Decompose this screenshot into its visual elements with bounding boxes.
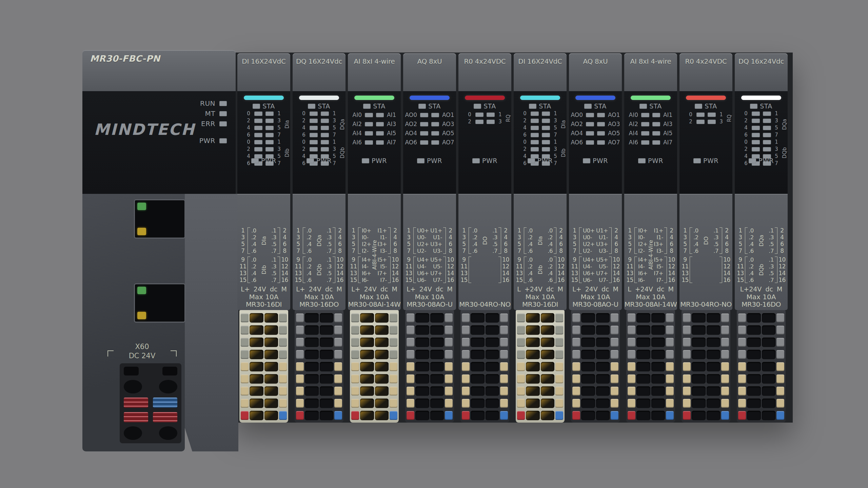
terminal-hole <box>430 399 444 408</box>
terminal-release-button <box>666 350 674 359</box>
led-row: 01 <box>735 110 788 117</box>
sta-label: STA <box>373 102 386 110</box>
channel-number: 0 <box>246 139 251 145</box>
terminal-release-button <box>721 313 729 322</box>
channel-label: AI4 <box>624 130 638 137</box>
terminal-row <box>738 324 784 336</box>
terminal-number: 2 <box>612 227 621 234</box>
terminal-hole <box>636 386 650 396</box>
signal-label: .7 <box>761 277 777 283</box>
terminal-hole <box>360 362 374 371</box>
terminal-hole <box>747 386 761 396</box>
sta-led-icon <box>695 104 702 109</box>
terminal-hole <box>471 313 485 323</box>
channel-led-icon <box>254 119 262 123</box>
terminal-number: 2 <box>335 227 344 234</box>
terminal-strip <box>239 310 288 423</box>
terminal-release-button <box>555 387 563 395</box>
terminal-hole <box>541 313 555 323</box>
terminal-hole <box>415 399 429 408</box>
terminal-release-button <box>279 399 287 408</box>
channel-led-icon <box>641 131 649 136</box>
terminal-hole <box>264 386 278 396</box>
signal-label: U0- <box>413 234 430 241</box>
terminal-number: 9 <box>625 256 634 263</box>
wiring-group: 910111213141516 <box>680 256 731 283</box>
signal-label: I1- <box>374 234 391 241</box>
signal-label: .7 <box>319 248 335 254</box>
terminal-release-button <box>572 326 580 334</box>
terminal-hole <box>471 350 485 359</box>
terminal-release-button <box>628 350 635 359</box>
wiring-row: 13I6+I7+14 <box>349 270 400 277</box>
terminal-release-button <box>572 362 580 371</box>
terminal-row <box>241 410 287 421</box>
terminal-release-button <box>351 362 359 371</box>
module-footer-line: L+ 24V dc M <box>237 285 290 293</box>
power-connector-voltage: DC 24V <box>115 351 169 361</box>
terminal-number: 10 <box>777 256 787 263</box>
terminal-hole <box>747 399 761 408</box>
io-module: AQ 8xUSTAAO0AO1AO2AO3AO4AO5AO6AO7PWR1U0+… <box>569 0 622 441</box>
err-led-icon <box>219 121 227 126</box>
terminal-hole <box>581 362 595 371</box>
terminal-hole <box>707 325 721 335</box>
signal-label: .7 <box>264 277 280 283</box>
led-group-label: DIb <box>560 148 567 157</box>
channel-led-icon <box>310 119 318 123</box>
terminal-number: 3 <box>515 234 524 241</box>
head-led-row: MT <box>199 109 227 118</box>
io-module: AI 8xI 4-wireSTAAI0AI1AI2AI3AI4AI5AI6AI7… <box>624 0 677 441</box>
terminal-hole <box>264 313 278 323</box>
terminal-release-button <box>517 399 525 408</box>
terminal-number: 7 <box>459 247 469 254</box>
channel-number: 1 <box>774 110 779 117</box>
terminal-number: 8 <box>556 247 566 254</box>
wiring-row: 1.0.12 <box>459 227 510 234</box>
channel-label: AO6 <box>569 139 583 146</box>
signal-label: U7- <box>595 277 612 283</box>
led-row: 01 <box>237 139 290 145</box>
terminal-release-button <box>500 362 508 371</box>
pwr-label: PWR <box>648 157 663 164</box>
wiring-row: 9U4+U5+10 <box>404 256 455 263</box>
terminal-release-button <box>738 338 746 347</box>
terminal-number: 14 <box>722 270 731 277</box>
terminal-release-button <box>628 338 635 347</box>
terminal-hole <box>651 325 665 335</box>
terminal-hole <box>581 350 595 359</box>
channel-led-icon <box>531 147 539 151</box>
terminal-row <box>738 398 784 409</box>
terminal-hole <box>305 313 319 323</box>
wiring-row: 7.6.78 <box>459 247 510 254</box>
led-row: 23 <box>514 118 567 124</box>
pwr-led-icon <box>307 158 314 163</box>
pwr-label: PWR <box>537 157 553 164</box>
channel-number: 1 <box>277 139 282 145</box>
terminal-hole <box>430 374 444 384</box>
terminal-row <box>241 337 287 348</box>
led-group-label: DQb <box>782 147 788 158</box>
terminal-hole <box>360 313 374 323</box>
wiring-legend: 1.0.123.2.345.4.567.6.78DIa9.0.11011.2.3… <box>238 227 289 283</box>
led-row: AI2AI3 <box>624 121 677 127</box>
led-row: AO4AO5 <box>569 130 622 137</box>
terminal-number: 1 <box>404 227 413 234</box>
terminal-number: 8 <box>280 247 289 254</box>
wiring-group: 1.0.123.2.345.4.567.6.78DIa <box>238 227 289 254</box>
terminal-hole <box>581 386 595 396</box>
activity-led-icon <box>137 312 146 319</box>
terminal-hole <box>707 313 721 323</box>
terminal-hole <box>264 411 278 420</box>
channel-led-icon <box>597 113 605 117</box>
signal-label: .6 <box>524 248 540 254</box>
channel-label: AI3 <box>387 121 401 127</box>
terminal-hole <box>747 325 761 335</box>
channel-led-icon <box>531 119 539 123</box>
signal-label: .0 <box>540 257 556 263</box>
terminal-release-button <box>611 387 618 395</box>
wiring-group: 1U0+U1+23U0-U1-45U2+U3+67U2-U3-8 <box>404 227 455 254</box>
wiring-group: 1.0.023.2.245.4.467.6.68DIa <box>515 227 566 254</box>
terminal-row <box>351 410 397 421</box>
wiring-row: 13I6+I7+14 <box>625 270 676 277</box>
